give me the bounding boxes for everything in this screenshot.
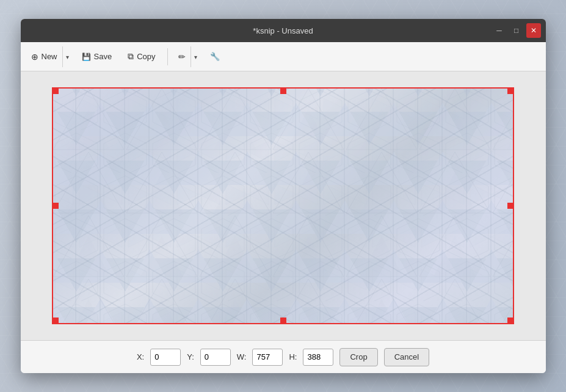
- toolbar-separator: [167, 48, 168, 65]
- image-container: [52, 87, 514, 324]
- x-label: X:: [137, 352, 144, 361]
- pen-icon: [178, 52, 186, 62]
- pen-dropdown[interactable]: [173, 46, 201, 68]
- cancel-button[interactable]: Cancel: [384, 348, 429, 366]
- chevron-down-icon: [66, 52, 69, 61]
- pen-dropdown-arrow[interactable]: [190, 46, 200, 67]
- svg-rect-6: [52, 87, 514, 324]
- copy-label: Copy: [137, 52, 155, 61]
- y-input[interactable]: [200, 349, 231, 366]
- h-input[interactable]: [303, 349, 333, 366]
- settings-icon: [210, 52, 220, 61]
- crop-toolbar: X: Y: W: H: Crop Cancel: [21, 340, 546, 373]
- titlebar-controls: ─ □ ✕: [492, 23, 541, 38]
- y-label: Y:: [187, 352, 194, 361]
- new-button[interactable]: New: [26, 46, 62, 67]
- save-icon: [82, 52, 91, 61]
- save-button[interactable]: Save: [75, 46, 119, 67]
- minimize-button[interactable]: ─: [492, 23, 507, 38]
- new-label: New: [42, 52, 57, 61]
- toolbar: New Save Copy: [21, 42, 546, 71]
- svg-rect-5: [52, 87, 514, 324]
- main-window: *ksnip - Unsaved ─ □ ✕ New Save Copy: [21, 19, 546, 373]
- canvas-area: [21, 71, 546, 340]
- copy-button[interactable]: Copy: [121, 46, 162, 67]
- chevron-down-icon-2: [194, 52, 197, 61]
- new-dropdown-arrow[interactable]: [62, 46, 72, 67]
- crop-button[interactable]: Crop: [339, 348, 377, 366]
- w-label: W:: [237, 352, 247, 361]
- maximize-button[interactable]: □: [509, 23, 524, 38]
- new-dropdown[interactable]: New: [26, 46, 73, 68]
- settings-button[interactable]: [203, 46, 227, 67]
- titlebar: *ksnip - Unsaved ─ □ ✕: [21, 19, 546, 42]
- new-icon: [31, 52, 38, 62]
- copy-icon: [128, 51, 134, 62]
- h-label: H:: [289, 352, 297, 361]
- save-label: Save: [94, 52, 112, 61]
- close-button[interactable]: ✕: [526, 23, 541, 38]
- w-input[interactable]: [252, 349, 283, 366]
- window-title: *ksnip - Unsaved: [253, 26, 313, 35]
- x-input[interactable]: [150, 349, 181, 366]
- pen-button[interactable]: [173, 46, 190, 67]
- screenshot-image[interactable]: [52, 87, 514, 324]
